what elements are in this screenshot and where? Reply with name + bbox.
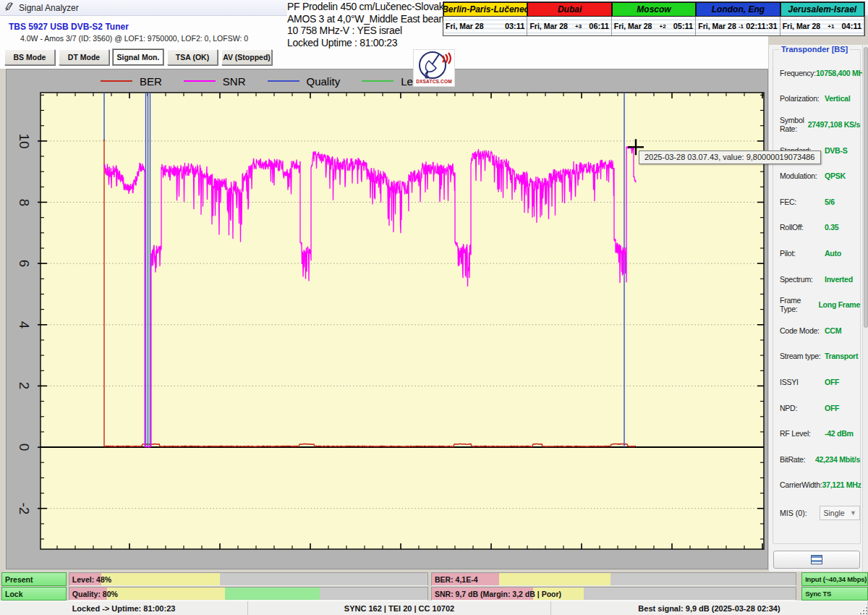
- lock-badge: Lock: [1, 587, 67, 601]
- y-tick-label: 10: [14, 131, 34, 151]
- input-badge: Input (~40,34 Mbps): [801, 572, 868, 586]
- ber-trace: [104, 444, 636, 446]
- transponder-row-symbol-rate: Symbol Rate:27497,108 KS/s: [773, 111, 860, 137]
- level-gauge: Level: 48%: [69, 572, 428, 586]
- clock-1: Berlin-Paris-LučenecFri, Mar 2803:11: [443, 2, 527, 35]
- clock-time: Fri, Mar 28+104:11: [780, 17, 864, 35]
- legend-item-ber: BER: [101, 75, 162, 88]
- resize-grip[interactable]: [859, 606, 867, 614]
- indicator-row: PresentLevel: 48%BER: 4,1E-4Input (~40,3…: [0, 572, 868, 586]
- transponder-row-stream-type: Stream type:Transport: [773, 344, 860, 370]
- transponder-row-rolloff: RollOff:0.35: [773, 215, 860, 241]
- statusbar-section-1: Locked -> Uptime: 81:00:23: [0, 601, 248, 615]
- statusbar-section-2: SYNC 162 | TEI 20 | CC 10702: [248, 601, 551, 615]
- clock-5: Jerusalem-IsraelFri, Mar 28+104:11: [780, 2, 864, 35]
- chart-tooltip: 2025-03-28 03.07.43, value: 9,8000001907…: [639, 150, 821, 164]
- quality-gauge: Quality: 80%: [69, 587, 428, 601]
- clock-time: Fri, Mar 28+205:11: [612, 17, 696, 35]
- transponder-row-npd: NPD:OFF: [773, 395, 860, 421]
- transponder-row-bitrate: BitRate:42,234 Mbit/s: [773, 446, 860, 472]
- site-line-4: Locked Uptime : 81:00:23: [287, 37, 451, 49]
- sync-badge: Sync TS: [801, 587, 868, 601]
- mis-label: MIS (0):: [780, 509, 820, 517]
- transponder-action-button[interactable]: [773, 551, 860, 569]
- legend-line-icon: [101, 80, 132, 82]
- transponder-row-frame-type: Frame Type:Long Frame: [773, 292, 860, 318]
- tab-dt-mode[interactable]: DT Mode: [59, 49, 109, 65]
- y-tick-label: -2: [14, 499, 34, 519]
- panel-scrollbar-thumb[interactable]: [864, 47, 868, 328]
- logo-caption: DXSATCS.COM: [416, 79, 452, 84]
- y-tick-label: 8: [14, 192, 34, 213]
- legend-line-icon: [184, 80, 216, 82]
- tab-av-stopped[interactable]: AV (Stopped): [221, 49, 272, 65]
- snr-gauge: SNR: 9,7 dB (Margin: 3,2 dB | Poor): [431, 587, 796, 601]
- transponder-rows: Frequency:10758,400 MHzPolarization:Vert…: [773, 60, 860, 498]
- site-line-1: PF Prodelin 450 cm/Lučenec-Slovakia: [287, 1, 451, 13]
- mode-tabs: BS ModeDT ModeSignal Mon.TSA (OK)AV (Sto…: [4, 49, 272, 67]
- mis-value: Single: [823, 509, 844, 517]
- snr-trace: [104, 146, 636, 447]
- transponder-row-fec: FEC:5/6: [773, 189, 860, 215]
- legend-line-icon: [268, 80, 299, 82]
- transponder-row-spectrum: Spectrum:Inverted: [773, 266, 860, 292]
- clock-time: Fri, Mar 28+306:11: [527, 17, 611, 35]
- chevron-down-icon: ▼: [850, 509, 856, 517]
- tab-signal-mon[interactable]: Signal Mon.: [113, 49, 163, 65]
- clock-4: London, EngFri, Mar 28-102:11:31: [696, 2, 780, 35]
- transponder-row-pilot: Pilot:Auto: [773, 240, 860, 266]
- world-clocks-panel: Berlin-Paris-LučenecFri, Mar 2803:11Duba…: [443, 1, 865, 36]
- transponder-row-frequency: Frequency:10758,400 MHz: [773, 60, 860, 86]
- clock-2: DubaiFri, Mar 28+306:11: [527, 2, 611, 35]
- clock-city: Jerusalem-Israel: [780, 2, 864, 17]
- clock-city: Dubai: [527, 2, 611, 17]
- tab-bs-mode[interactable]: BS Mode: [4, 49, 55, 65]
- legend-item-snr: SNR: [184, 75, 246, 88]
- transponder-row-polarization: Polarization:Vertical: [773, 86, 860, 112]
- satellite-dish-icon: [415, 50, 453, 80]
- signal-analyzer-window: Signal Analyzer TBS 5927 USB DVB-S2 Tune…: [0, 0, 868, 615]
- machine-icon: [811, 555, 822, 564]
- tab-tsa-ok[interactable]: TSA (OK): [167, 49, 218, 65]
- indicator-row: LockQuality: 80%SNR: 9,7 dB (Margin: 3,2…: [0, 587, 868, 601]
- site-line-3: 10 758 MHz-V : YES israel: [287, 25, 451, 37]
- transponder-row-modulation: Modulation:QPSK: [773, 163, 860, 189]
- transponder-row-code-mode: Code Mode:CCM: [773, 318, 860, 344]
- y-tick-label: 4: [14, 315, 34, 335]
- mis-dropdown[interactable]: Single ▼: [820, 506, 860, 520]
- tuner-title: TBS 5927 USB DVB-S2 Tuner: [9, 22, 129, 32]
- dxsatcs-logo: DXSATCS.COM: [413, 49, 455, 87]
- clock-time: Fri, Mar 2803:11: [443, 17, 527, 35]
- transponder-title: Transponder [BS]: [779, 45, 850, 54]
- app-icon: [4, 1, 14, 14]
- site-info: PF Prodelin 450 cm/Lučenec-Slovakia AMOS…: [287, 1, 451, 48]
- y-tick-label: 0: [14, 437, 34, 457]
- ber-gauge: BER: 4,1E-4: [431, 572, 796, 586]
- transponder-groupbox: Transponder [BS] Frequency:10758,400 MHz…: [773, 49, 861, 544]
- transponder-row-rf-level: RF Level:-42 dBm: [773, 420, 860, 446]
- clock-time: Fri, Mar 28-102:11:31: [696, 17, 780, 35]
- present-badge: Present: [1, 572, 67, 586]
- indicator-rows: PresentLevel: 48%BER: 4,1E-4Input (~40,3…: [0, 572, 868, 601]
- transponder-row-carrierwidth: CarrierWidth:37,121 MHz: [773, 472, 860, 499]
- site-line-2: AMOS 3 at 4,0°W_Middle East beam: [287, 13, 451, 25]
- clock-city: London, Eng: [696, 2, 780, 17]
- tuner-subtitle: 4.0W - Amos 3/7 (ID: 3560) @ LOF1: 97500…: [20, 34, 248, 43]
- legend-item-quality: Quality: [268, 75, 341, 88]
- transponder-row-issyi: ISSYIOFF: [773, 369, 860, 395]
- status-bar: Locked -> Uptime: 81:00:23SYNC 162 | TEI…: [0, 601, 868, 615]
- y-tick-label: 2: [14, 376, 34, 396]
- clock-city: Moscow: [612, 2, 696, 17]
- transponder-panel: Transponder [BS] Frequency:10758,400 MHz…: [768, 45, 868, 572]
- panel-scrollbar[interactable]: [862, 45, 868, 572]
- window-title: Signal Analyzer: [19, 3, 79, 13]
- chart-legend: BERSNRQualityLevel: [101, 71, 427, 91]
- y-tick-label: 6: [14, 253, 34, 273]
- clock-3: MoscowFri, Mar 28+205:11: [612, 2, 696, 35]
- statusbar-section-3: Best signal: 9,9 dB (2025-03-28 02:34): [551, 601, 868, 615]
- mis-row: MIS (0): Single ▼: [773, 506, 860, 520]
- signal-chart-panel: BERSNRQualityLevel 1086420-2 2025-03-28 …: [6, 69, 768, 569]
- clock-city: Berlin-Paris-Lučenec: [443, 2, 527, 17]
- legend-line-icon: [362, 80, 393, 82]
